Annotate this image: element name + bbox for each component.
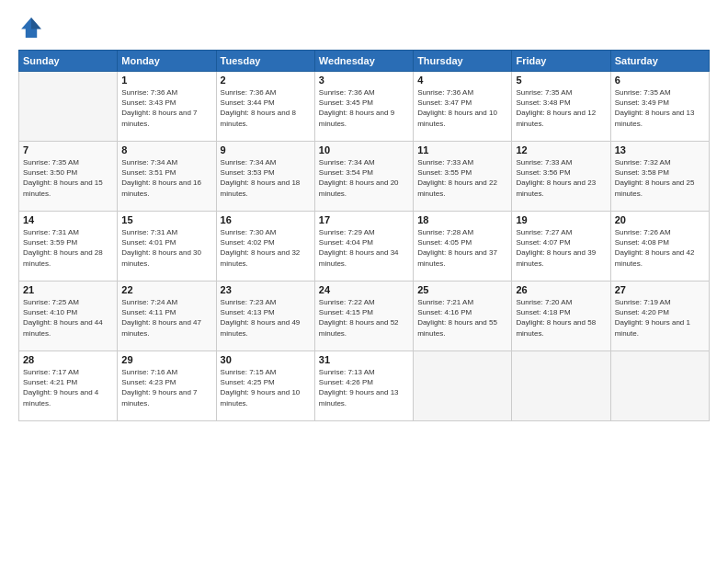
cell-info: Sunrise: 7:22 AMSunset: 4:15 PMDaylight:… <box>319 297 409 339</box>
calendar-cell: 29Sunrise: 7:16 AMSunset: 4:23 PMDayligh… <box>118 351 216 421</box>
day-number: 30 <box>221 354 311 365</box>
day-number: 4 <box>417 75 507 86</box>
calendar-cell: 13Sunrise: 7:32 AMSunset: 3:58 PMDayligh… <box>610 142 709 212</box>
calendar-cell: 25Sunrise: 7:21 AMSunset: 4:16 PMDayligh… <box>414 282 512 351</box>
day-number: 12 <box>516 144 606 155</box>
cell-info: Sunrise: 7:34 AMSunset: 3:53 PMDaylight:… <box>221 157 311 199</box>
calendar-cell: 20Sunrise: 7:26 AMSunset: 4:08 PMDayligh… <box>610 212 709 282</box>
day-number: 8 <box>121 144 211 155</box>
day-number: 29 <box>121 354 211 365</box>
day-number: 5 <box>516 75 606 86</box>
day-number: 3 <box>319 75 409 86</box>
calendar-cell: 31Sunrise: 7:13 AMSunset: 4:26 PMDayligh… <box>314 351 413 421</box>
calendar-cell: 9Sunrise: 7:34 AMSunset: 3:53 PMDaylight… <box>216 142 314 212</box>
cell-info: Sunrise: 7:35 AMSunset: 3:50 PMDaylight:… <box>23 157 113 199</box>
calendar-cell: 16Sunrise: 7:30 AMSunset: 4:02 PMDayligh… <box>216 212 314 282</box>
day-number: 23 <box>221 284 311 295</box>
cell-info: Sunrise: 7:34 AMSunset: 3:54 PMDaylight:… <box>319 157 409 199</box>
day-number: 7 <box>23 144 113 155</box>
calendar-week-row: 1Sunrise: 7:36 AMSunset: 3:43 PMDaylight… <box>19 72 710 142</box>
logo <box>18 15 48 40</box>
day-number: 26 <box>516 284 606 295</box>
cell-info: Sunrise: 7:34 AMSunset: 3:51 PMDaylight:… <box>121 157 211 199</box>
calendar-cell: 6Sunrise: 7:35 AMSunset: 3:49 PMDaylight… <box>610 72 709 142</box>
day-number: 15 <box>121 214 211 225</box>
calendar-cell: 28Sunrise: 7:17 AMSunset: 4:21 PMDayligh… <box>19 351 118 421</box>
day-number: 11 <box>417 144 507 155</box>
svg-marker-1 <box>31 17 41 29</box>
day-number: 16 <box>221 214 311 225</box>
cell-info: Sunrise: 7:36 AMSunset: 3:45 PMDaylight:… <box>319 87 409 129</box>
day-number: 18 <box>417 214 507 225</box>
weekday-header-friday: Friday <box>512 51 610 72</box>
cell-info: Sunrise: 7:36 AMSunset: 3:44 PMDaylight:… <box>221 87 311 129</box>
calendar-cell: 11Sunrise: 7:33 AMSunset: 3:55 PMDayligh… <box>414 142 512 212</box>
day-number: 25 <box>417 284 507 295</box>
calendar-cell: 2Sunrise: 7:36 AMSunset: 3:44 PMDaylight… <box>216 72 314 142</box>
cell-info: Sunrise: 7:30 AMSunset: 4:02 PMDaylight:… <box>221 227 311 269</box>
calendar-cell: 26Sunrise: 7:20 AMSunset: 4:18 PMDayligh… <box>512 282 610 351</box>
cell-info: Sunrise: 7:25 AMSunset: 4:10 PMDaylight:… <box>23 297 113 339</box>
cell-info: Sunrise: 7:13 AMSunset: 4:26 PMDaylight:… <box>319 367 409 408</box>
weekday-header-sunday: Sunday <box>19 51 118 72</box>
day-number: 24 <box>319 284 409 295</box>
calendar-cell: 7Sunrise: 7:35 AMSunset: 3:50 PMDaylight… <box>19 142 118 212</box>
cell-info: Sunrise: 7:27 AMSunset: 4:07 PMDaylight:… <box>516 227 606 269</box>
calendar-cell: 10Sunrise: 7:34 AMSunset: 3:54 PMDayligh… <box>314 142 413 212</box>
day-number: 21 <box>23 284 113 295</box>
day-number: 2 <box>221 75 311 86</box>
calendar-cell <box>512 351 610 421</box>
cell-info: Sunrise: 7:31 AMSunset: 4:01 PMDaylight:… <box>121 227 211 269</box>
calendar-week-row: 14Sunrise: 7:31 AMSunset: 3:59 PMDayligh… <box>19 212 710 282</box>
day-number: 10 <box>319 144 409 155</box>
day-number: 9 <box>221 144 311 155</box>
day-number: 6 <box>615 75 705 86</box>
weekday-header-tuesday: Tuesday <box>216 51 314 72</box>
day-number: 19 <box>516 214 606 225</box>
calendar-table: SundayMondayTuesdayWednesdayThursdayFrid… <box>18 50 710 421</box>
day-number: 13 <box>615 144 705 155</box>
cell-info: Sunrise: 7:33 AMSunset: 3:56 PMDaylight:… <box>516 157 606 199</box>
day-number: 14 <box>23 214 113 225</box>
day-number: 27 <box>615 284 705 295</box>
day-number: 31 <box>319 354 409 365</box>
weekday-header-thursday: Thursday <box>414 51 512 72</box>
cell-info: Sunrise: 7:21 AMSunset: 4:16 PMDaylight:… <box>417 297 507 339</box>
cell-info: Sunrise: 7:19 AMSunset: 4:20 PMDaylight:… <box>615 297 705 339</box>
day-number: 22 <box>121 284 211 295</box>
cell-info: Sunrise: 7:32 AMSunset: 3:58 PMDaylight:… <box>615 157 705 199</box>
calendar-cell: 23Sunrise: 7:23 AMSunset: 4:13 PMDayligh… <box>216 282 314 351</box>
cell-info: Sunrise: 7:28 AMSunset: 4:05 PMDaylight:… <box>417 227 507 269</box>
calendar-cell: 5Sunrise: 7:35 AMSunset: 3:48 PMDaylight… <box>512 72 610 142</box>
cell-info: Sunrise: 7:23 AMSunset: 4:13 PMDaylight:… <box>221 297 311 339</box>
cell-info: Sunrise: 7:17 AMSunset: 4:21 PMDaylight:… <box>23 367 113 408</box>
calendar-cell: 1Sunrise: 7:36 AMSunset: 3:43 PMDaylight… <box>118 72 216 142</box>
calendar-cell: 4Sunrise: 7:36 AMSunset: 3:47 PMDaylight… <box>414 72 512 142</box>
day-number: 1 <box>121 75 211 86</box>
cell-info: Sunrise: 7:36 AMSunset: 3:43 PMDaylight:… <box>121 87 211 129</box>
day-number: 20 <box>615 214 705 225</box>
logo-icon <box>18 15 44 40</box>
calendar-cell <box>19 72 118 142</box>
calendar-cell: 18Sunrise: 7:28 AMSunset: 4:05 PMDayligh… <box>414 212 512 282</box>
calendar-cell <box>414 351 512 421</box>
cell-info: Sunrise: 7:24 AMSunset: 4:11 PMDaylight:… <box>121 297 211 339</box>
day-number: 28 <box>23 354 113 365</box>
calendar-cell: 21Sunrise: 7:25 AMSunset: 4:10 PMDayligh… <box>19 282 118 351</box>
cell-info: Sunrise: 7:36 AMSunset: 3:47 PMDaylight:… <box>417 87 507 129</box>
day-number: 17 <box>319 214 409 225</box>
calendar-cell: 17Sunrise: 7:29 AMSunset: 4:04 PMDayligh… <box>314 212 413 282</box>
calendar-cell: 22Sunrise: 7:24 AMSunset: 4:11 PMDayligh… <box>118 282 216 351</box>
weekday-header-monday: Monday <box>118 51 216 72</box>
calendar-cell: 30Sunrise: 7:15 AMSunset: 4:25 PMDayligh… <box>216 351 314 421</box>
calendar-cell: 8Sunrise: 7:34 AMSunset: 3:51 PMDaylight… <box>118 142 216 212</box>
calendar-week-row: 21Sunrise: 7:25 AMSunset: 4:10 PMDayligh… <box>19 282 710 351</box>
calendar-cell <box>610 351 709 421</box>
cell-info: Sunrise: 7:15 AMSunset: 4:25 PMDaylight:… <box>221 367 311 408</box>
calendar-cell: 24Sunrise: 7:22 AMSunset: 4:15 PMDayligh… <box>314 282 413 351</box>
cell-info: Sunrise: 7:29 AMSunset: 4:04 PMDaylight:… <box>319 227 409 269</box>
calendar-week-row: 28Sunrise: 7:17 AMSunset: 4:21 PMDayligh… <box>19 351 710 421</box>
calendar-cell: 27Sunrise: 7:19 AMSunset: 4:20 PMDayligh… <box>610 282 709 351</box>
header <box>18 15 710 40</box>
weekday-header-saturday: Saturday <box>610 51 709 72</box>
